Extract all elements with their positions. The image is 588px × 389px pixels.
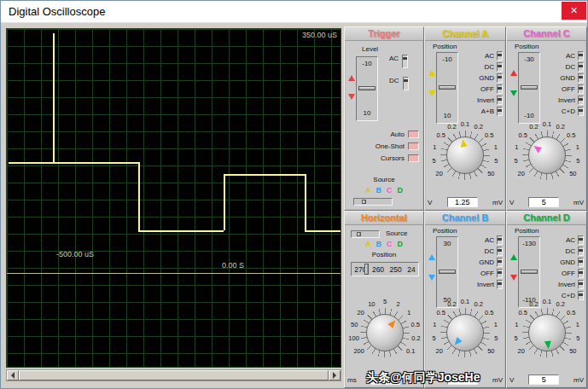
toggle-ac[interactable]: AC xyxy=(558,51,584,61)
channel-D-position-down-icon[interactable] xyxy=(510,275,517,281)
trigger-coupling-dc-slider[interactable] xyxy=(403,77,409,90)
trigger-mode-oneshot[interactable]: One-Shot xyxy=(350,140,419,152)
toggle-gnd[interactable]: GND xyxy=(558,258,584,267)
source-letter-a[interactable]: A xyxy=(365,186,371,194)
trigger-mode-auto[interactable]: Auto xyxy=(350,128,419,140)
toggle-ac-slider[interactable] xyxy=(497,235,503,245)
source-letter-b[interactable]: B xyxy=(376,240,382,248)
trigger-source-slider[interactable] xyxy=(353,198,393,206)
toggle-invert[interactable]: Invert xyxy=(477,96,503,105)
trigger-level-up-icon[interactable] xyxy=(348,75,355,81)
trigger-level-slider-thumb[interactable] xyxy=(358,86,376,90)
source-letter-c[interactable]: C xyxy=(387,240,393,248)
toggle-ac[interactable]: AC xyxy=(477,235,503,245)
toggle-gnd[interactable]: GND xyxy=(558,73,584,83)
channel-D-position-slider-thumb[interactable] xyxy=(521,270,538,274)
toggle-gnd-slider[interactable] xyxy=(578,73,584,83)
toggle-dc-slider[interactable] xyxy=(497,62,503,72)
toggle-invert[interactable]: Invert xyxy=(558,96,584,105)
source-letter-b[interactable]: B xyxy=(376,186,382,194)
source-letter-d[interactable]: D xyxy=(398,186,404,194)
toggle-dc[interactable]: DC xyxy=(558,62,584,72)
source-letter-d[interactable]: D xyxy=(398,240,404,248)
channel-C-gain-knob[interactable] xyxy=(528,136,566,174)
toggle-invert[interactable]: Invert xyxy=(477,280,503,289)
horizontal-source-thumb[interactable] xyxy=(357,232,361,236)
toggle-gnd-slider[interactable] xyxy=(497,73,503,83)
toggle-cd-slider[interactable] xyxy=(578,107,584,116)
channel-D-toggle-list: ACDCGNDOFFInvertC+D xyxy=(558,235,584,300)
toggle-dc[interactable]: DC xyxy=(477,247,503,256)
channel-C-position-up-icon[interactable] xyxy=(510,70,517,76)
channel-C-toggle-list: ACDCGNDOFFInvertC+D xyxy=(558,51,584,116)
channel-C-position-down-icon[interactable] xyxy=(510,90,517,96)
toggle-off-slider[interactable] xyxy=(497,84,503,94)
toggle-ac-slider[interactable] xyxy=(497,51,503,61)
toggle-ac[interactable]: AC xyxy=(477,51,503,61)
scrollbar-thumb[interactable] xyxy=(19,370,329,380)
channel-B-position-down-icon[interactable] xyxy=(428,275,435,281)
mode-indicator-led xyxy=(408,154,419,162)
toggle-dc-slider[interactable] xyxy=(578,62,584,72)
toggle-gnd-slider[interactable] xyxy=(578,258,584,267)
channel-A-gain-knob[interactable] xyxy=(446,136,484,174)
horizontal-timebase-knob[interactable] xyxy=(366,314,404,351)
channel-A-position-slider[interactable]: -10010 xyxy=(436,52,458,124)
toggle-cd[interactable]: C+D xyxy=(558,107,584,116)
toggle-ac-slider[interactable] xyxy=(578,51,584,61)
trigger-coupling-ac[interactable]: AC xyxy=(389,55,409,68)
toggle-ac-slider[interactable] xyxy=(578,235,584,245)
channel-A-position-up-icon[interactable] xyxy=(428,70,435,76)
close-button[interactable]: ✕ xyxy=(562,2,586,20)
channel-D-gain-knob[interactable] xyxy=(528,314,566,351)
toggle-off-slider[interactable] xyxy=(578,269,584,278)
toggle-gnd[interactable]: GND xyxy=(477,258,503,267)
toggle-ac[interactable]: AC xyxy=(558,235,584,245)
channel-A-position-slider-thumb[interactable] xyxy=(439,85,456,90)
trigger-source-thumb[interactable] xyxy=(362,200,366,204)
horizontal-position-thumb[interactable] xyxy=(364,264,369,275)
toggle-invert[interactable]: Invert xyxy=(558,280,584,289)
toggle-dc-slider[interactable] xyxy=(578,247,584,256)
toggle-dc[interactable]: DC xyxy=(558,247,584,256)
channel-B-position-up-icon[interactable] xyxy=(428,254,435,260)
scroll-left-button[interactable] xyxy=(7,370,19,380)
toggle-ab[interactable]: A+B xyxy=(477,107,503,116)
toggle-off[interactable]: OFF xyxy=(558,84,584,94)
trigger-level-down-icon[interactable] xyxy=(348,94,355,100)
channel-D-position-up-icon[interactable] xyxy=(510,254,517,260)
toggle-invert-slider[interactable] xyxy=(497,96,503,105)
trigger-coupling-dc[interactable]: DC xyxy=(389,77,409,90)
toggle-invert-slider[interactable] xyxy=(497,280,503,289)
channel-B-gain-knob[interactable] xyxy=(446,314,484,351)
toggle-dc-slider[interactable] xyxy=(497,247,503,256)
toggle-ab-slider[interactable] xyxy=(497,107,503,116)
toggle-ac-slider-thumb xyxy=(579,54,583,56)
scope-scrollbar[interactable] xyxy=(6,369,341,381)
trigger-coupling-ac-slider[interactable] xyxy=(402,55,408,68)
source-letter-a[interactable]: A xyxy=(365,240,371,248)
close-icon: ✕ xyxy=(570,5,578,16)
channel-B-position-slider-thumb[interactable] xyxy=(439,270,456,274)
toggle-invert-slider[interactable] xyxy=(578,96,584,105)
toggle-off[interactable]: OFF xyxy=(558,269,584,278)
trigger-mode-cursors[interactable]: Cursors xyxy=(350,152,419,164)
toggle-off[interactable]: OFF xyxy=(477,84,503,94)
toggle-off-slider[interactable] xyxy=(578,84,584,94)
toggle-gnd-slider[interactable] xyxy=(497,258,503,267)
toggle-invert-slider[interactable] xyxy=(578,280,584,289)
channel-C-position-slider[interactable]: -30-20-10 xyxy=(518,52,540,124)
channel-A-position-down-icon[interactable] xyxy=(428,90,435,96)
scope-display[interactable]: 350.00 uS -500.00 uS 0.00 S xyxy=(6,28,341,368)
horizontal-source-slider[interactable] xyxy=(351,230,380,238)
trigger-level-slider[interactable]: -10010 xyxy=(356,56,378,121)
toggle-dc[interactable]: DC xyxy=(477,62,503,72)
toggle-off-slider[interactable] xyxy=(497,269,503,278)
source-letter-c[interactable]: C xyxy=(387,186,393,194)
toggle-gnd[interactable]: GND xyxy=(477,73,503,83)
toggle-off[interactable]: OFF xyxy=(477,269,503,278)
horizontal-position-slider[interactable]: 27026025024 xyxy=(351,262,419,276)
channel-C-position-slider-thumb[interactable] xyxy=(521,85,538,90)
scroll-right-button[interactable] xyxy=(329,370,341,380)
knob-scale-label: 0.5 xyxy=(436,309,445,316)
